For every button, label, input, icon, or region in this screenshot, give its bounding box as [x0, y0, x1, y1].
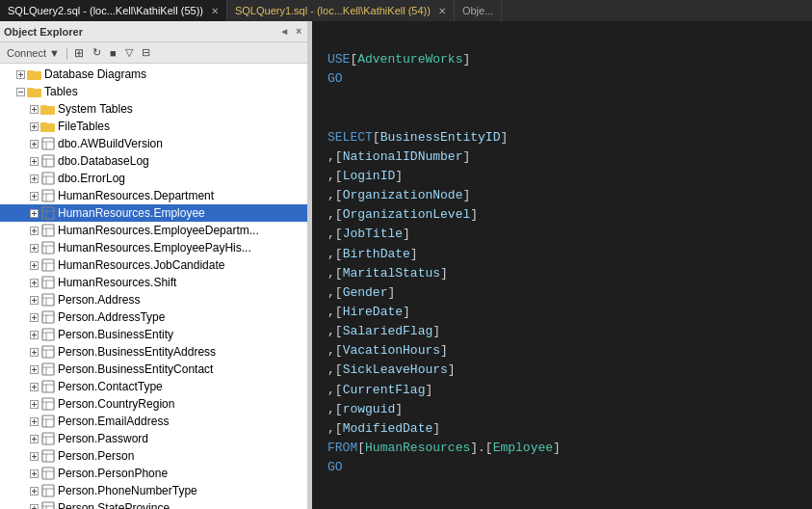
tree-item-hr-employee[interactable]: HumanResources.Employee [0, 204, 307, 222]
connect-button[interactable]: Connect ▼ [4, 46, 63, 60]
folder-icon-db-diagrams [27, 67, 42, 81]
expander-hr-employeedepart[interactable] [27, 224, 40, 237]
tree-label-db-diagrams: Database Diagrams [44, 67, 146, 81]
sql-token-bracket: [ [335, 341, 343, 361]
sql-token-field: LoginID [343, 167, 396, 186]
sql-line: ,[LoginID] [327, 167, 797, 186]
expander-person-businessentity[interactable] [27, 328, 40, 341]
expander-person-address[interactable] [27, 293, 40, 307]
tree-item-person-businessentitycontact[interactable]: Person.BusinessEntityContact [0, 361, 307, 378]
tree-item-hr-employeedepart[interactable]: HumanResources.EmployeeDepartm... [0, 222, 307, 239]
tab-sqlquery2[interactable]: SQLQuery2.sql - (loc...Kell\KathiKell (5… [0, 0, 227, 21]
tree-item-person-businessentity[interactable]: Person.BusinessEntity [0, 326, 307, 343]
sql-line: ,[OrganizationNode] [327, 186, 797, 205]
expander-db-diagrams[interactable] [13, 67, 27, 81]
tree-item-person-personphone[interactable]: Person.PersonPhone [0, 465, 307, 482]
expander-person-personphone[interactable] [27, 467, 40, 480]
sql-content[interactable]: USE [AdventureWorks]GO SELECT [BusinessE… [312, 21, 812, 509]
sql-token-bracket: ] [462, 147, 470, 167]
sql-token-field: OrganizationLevel [343, 205, 471, 225]
table-icon-person-addresstype [40, 310, 56, 324]
expander-person-countryregion[interactable] [27, 397, 40, 411]
tree-item-person-person[interactable]: Person.Person [0, 447, 307, 465]
sql-token-punct: , [327, 341, 335, 361]
expander-person-phonenumbertype[interactable] [27, 484, 40, 497]
svg-rect-64 [42, 259, 54, 271]
expander-hr-employee[interactable] [27, 206, 40, 220]
table-icon-person-stateprovince [40, 501, 56, 509]
tree-item-tables[interactable]: Tables [0, 83, 307, 100]
tree-label-hr-employeedepart: HumanResources.EmployeeDepartm... [58, 224, 259, 237]
expander-hr-jobcandidate[interactable] [27, 258, 40, 272]
expander-person-emailaddress[interactable] [27, 415, 40, 428]
sql-line: GO [327, 69, 797, 89]
tree-item-hr-department[interactable]: HumanResources.Department [0, 187, 307, 204]
sql-token-bracket: [ [335, 167, 343, 186]
expander-dbo-databaselog[interactable] [27, 154, 40, 168]
tab-obje[interactable]: Obje... [455, 0, 502, 21]
expander-hr-employeepayhi[interactable] [27, 241, 40, 254]
tree-item-hr-employeepayhi[interactable]: HumanResources.EmployeePayHis... [0, 239, 307, 256]
pin-icon[interactable]: ◄ [277, 25, 291, 38]
toolbar-btn-stop[interactable]: ■ [107, 46, 119, 60]
sql-token-field: JobTitle [343, 225, 403, 244]
svg-rect-40 [42, 190, 54, 201]
expander-system-tables[interactable] [27, 102, 40, 116]
expander-person-contacttype[interactable] [27, 380, 40, 393]
tree-item-hr-shift[interactable]: HumanResources.Shift [0, 274, 307, 291]
tree-item-db-diagrams[interactable]: Database Diagrams [0, 66, 307, 83]
sql-token-punct: , [327, 225, 335, 244]
tree-item-person-stateprovince[interactable]: Person.StateProvince [0, 499, 307, 509]
expander-file-tables[interactable] [27, 120, 40, 133]
tree-label-person-stateprovince: Person.StateProvince [58, 501, 170, 509]
sql-token-bracket: ] [432, 419, 440, 439]
tree-item-person-addresstype[interactable]: Person.AddressType [0, 308, 307, 326]
tree-item-dbo-databaselog[interactable]: dbo.DatabaseLog [0, 152, 307, 170]
tab-sqlquery2-close[interactable]: ✕ [211, 6, 219, 16]
tab-sqlquery1[interactable]: SQLQuery1.sql - (loc...Kell\KathiKell (5… [227, 0, 455, 21]
sql-token-punct: , [327, 381, 335, 400]
sql-token-bracket: [ [335, 147, 343, 167]
expander-dbo-errorlog[interactable] [27, 172, 40, 185]
toolbar-btn-refresh[interactable]: ↻ [90, 45, 104, 60]
svg-rect-46 [42, 207, 54, 219]
expander-person-addresstype[interactable] [27, 310, 40, 324]
sql-token-kw-go: GO [327, 69, 343, 89]
sql-line: ,[SickLeaveHours] [327, 361, 797, 380]
tree-item-hr-jobcandidate[interactable]: HumanResources.JobCandidate [0, 256, 307, 274]
toolbar-btn-collapse[interactable]: ⊟ [139, 45, 153, 60]
expander-person-person[interactable] [27, 449, 40, 463]
toolbar-btn-new[interactable]: ⊞ [71, 45, 87, 61]
tree-item-person-phonenumbertype[interactable]: Person.PhoneNumberType [0, 482, 307, 499]
tree-item-person-address[interactable]: Person.Address [0, 291, 307, 308]
expander-person-stateprovince[interactable] [27, 501, 40, 509]
toolbar-btn-filter[interactable]: ▽ [122, 45, 136, 60]
expander-hr-department[interactable] [27, 189, 40, 202]
tree-item-system-tables[interactable]: System Tables [0, 100, 307, 118]
sql-token-bracket: ] [410, 245, 418, 264]
svg-rect-76 [42, 294, 54, 306]
table-icon-hr-jobcandidate [40, 258, 56, 272]
close-panel-icon[interactable]: × [294, 25, 303, 38]
tree-item-person-emailaddress[interactable]: Person.EmailAddress [0, 413, 307, 430]
expander-tables[interactable] [13, 85, 27, 98]
sql-editor-panel: USE [AdventureWorks]GO SELECT [BusinessE… [312, 21, 812, 509]
sql-line [327, 109, 797, 128]
tab-sqlquery1-close[interactable]: ✕ [438, 6, 446, 16]
sql-token-db-name: HumanResources [365, 439, 470, 458]
tree-item-dbo-awbuildversion[interactable]: dbo.AWBuildVersion [0, 135, 307, 152]
expander-person-password[interactable] [27, 432, 40, 445]
tab-obje-label: Obje... [462, 5, 493, 16]
tree-item-person-countryregion[interactable]: Person.CountryRegion [0, 395, 307, 413]
tree-item-person-contacttype[interactable]: Person.ContactType [0, 378, 307, 395]
expander-person-businessentityaddress[interactable] [27, 345, 40, 359]
expander-person-businessentitycontact[interactable] [27, 362, 40, 376]
table-icon-person-businessentity [40, 328, 56, 341]
tree-item-dbo-errorlog[interactable]: dbo.ErrorLog [0, 170, 307, 187]
expander-hr-shift[interactable] [27, 276, 40, 289]
tree-item-person-password[interactable]: Person.Password [0, 430, 307, 447]
tree-item-person-businessentityaddress[interactable]: Person.BusinessEntityAddress [0, 343, 307, 361]
object-explorer-title: Object Explorer [4, 26, 83, 38]
tree-item-file-tables[interactable]: FileTables [0, 118, 307, 135]
expander-dbo-awbuildversion[interactable] [27, 137, 40, 150]
